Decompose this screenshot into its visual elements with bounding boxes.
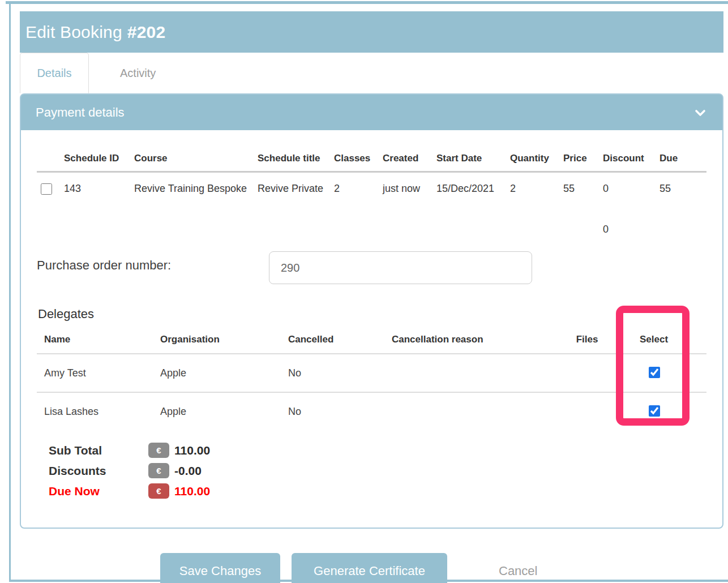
table-cell bbox=[258, 208, 334, 246]
table-cell bbox=[660, 208, 706, 246]
generate-certificate-button[interactable]: Generate Certificate bbox=[292, 553, 447, 583]
table-cell bbox=[37, 172, 64, 208]
cancel-button[interactable]: Cancel bbox=[495, 563, 541, 579]
column-header: Cancelled bbox=[288, 329, 392, 354]
table-cell bbox=[510, 208, 563, 246]
delegates-section: Delegates NameOrganisationCancelledCance… bbox=[37, 307, 706, 430]
table-cell: Apple bbox=[160, 354, 288, 392]
column-header: Created bbox=[383, 130, 436, 172]
table-cell bbox=[563, 208, 603, 246]
purchase-order-row: Purchase order number: bbox=[37, 251, 706, 284]
save-changes-button[interactable]: Save Changes bbox=[160, 553, 280, 583]
schedule-select-checkbox[interactable] bbox=[41, 183, 52, 195]
payment-table: Schedule IDCourseSchedule titleClassesCr… bbox=[37, 130, 706, 246]
table-row: 0 bbox=[37, 208, 706, 246]
table-cell: Lisa Lashes bbox=[37, 392, 160, 430]
panel-header[interactable]: Payment details bbox=[21, 95, 722, 130]
table-cell: 2 bbox=[334, 172, 383, 208]
page-border-left bbox=[9, 3, 11, 581]
column-header bbox=[37, 130, 64, 172]
table-cell: Apple bbox=[160, 392, 288, 430]
column-header: Discount bbox=[603, 130, 660, 172]
table-cell: Amy Test bbox=[37, 354, 160, 392]
booking-number: #202 bbox=[127, 23, 166, 42]
column-header: Files bbox=[556, 329, 618, 354]
table-cell: 0 bbox=[603, 172, 660, 208]
table-cell: No bbox=[288, 392, 392, 430]
column-header: Cancellation reason bbox=[392, 329, 556, 354]
total-amount: -0.00 bbox=[174, 464, 202, 478]
table-cell bbox=[383, 208, 436, 246]
table-cell bbox=[436, 208, 510, 246]
table-cell bbox=[556, 354, 618, 392]
column-header: Schedule ID bbox=[64, 130, 134, 172]
table-cell: No bbox=[288, 354, 392, 392]
table-cell bbox=[392, 392, 556, 430]
column-header: Due bbox=[660, 130, 706, 172]
column-header: Schedule title bbox=[258, 130, 334, 172]
delegate-select-checkbox[interactable] bbox=[649, 367, 660, 378]
column-header: Quantity bbox=[510, 130, 563, 172]
page-border-top bbox=[6, 1, 728, 4]
column-header: Start Date bbox=[436, 130, 510, 172]
table-cell: 55 bbox=[563, 172, 603, 208]
column-header: Organisation bbox=[160, 329, 288, 354]
purchase-order-input[interactable] bbox=[269, 251, 532, 284]
total-label: Discounts bbox=[37, 464, 148, 478]
euro-icon: € bbox=[148, 443, 169, 458]
euro-icon: € bbox=[148, 483, 169, 499]
panel-body: Schedule IDCourseSchedule titleClassesCr… bbox=[21, 130, 722, 528]
column-header: Classes bbox=[334, 130, 383, 172]
table-cell bbox=[556, 392, 618, 430]
total-amount: 110.00 bbox=[174, 444, 210, 457]
totals-section: Sub Total€110.00Discounts€-0.00Due Now€1… bbox=[37, 443, 706, 499]
table-cell: 143 bbox=[64, 172, 134, 208]
delegates-table-header-row: NameOrganisationCancelledCancellation re… bbox=[37, 329, 706, 354]
column-header: Course bbox=[134, 130, 258, 172]
total-row: Discounts€-0.00 bbox=[37, 463, 706, 478]
total-label: Due Now bbox=[37, 485, 148, 498]
total-amount: 110.00 bbox=[174, 485, 210, 498]
table-row: Lisa LashesAppleNo bbox=[37, 392, 706, 430]
table-cell bbox=[334, 208, 383, 246]
panel-header-label: Payment details bbox=[36, 105, 125, 120]
table-row: 143Revive Training BespokeRevive Private… bbox=[37, 172, 706, 208]
total-row: Sub Total€110.00 bbox=[37, 443, 706, 458]
page-title-text: Edit Booking bbox=[25, 23, 122, 42]
payment-table-header-row: Schedule IDCourseSchedule titleClassesCr… bbox=[37, 130, 706, 172]
table-cell: 0 bbox=[603, 208, 660, 246]
tab-bar: Details Activity bbox=[20, 53, 723, 93]
payment-details-panel: Payment details Schedule IDCourseSchedul… bbox=[20, 93, 723, 529]
page-title: Edit Booking #202 bbox=[20, 11, 723, 53]
table-cell bbox=[618, 354, 706, 392]
delegates-table: NameOrganisationCancelledCancellation re… bbox=[37, 329, 706, 430]
table-cell: Revive Private bbox=[258, 172, 334, 208]
table-cell: 2 bbox=[510, 172, 563, 208]
footer-actions: Save Changes Generate Certificate Cancel bbox=[160, 553, 723, 583]
delegates-heading: Delegates bbox=[38, 307, 706, 321]
table-cell: 55 bbox=[660, 172, 706, 208]
table-cell bbox=[64, 208, 134, 246]
euro-icon: € bbox=[148, 463, 169, 478]
table-cell: 15/Dec/2021 bbox=[436, 172, 510, 208]
column-header: Name bbox=[37, 329, 160, 354]
total-label: Sub Total bbox=[37, 444, 148, 457]
table-cell bbox=[37, 208, 64, 246]
table-row: Amy TestAppleNo bbox=[37, 354, 706, 392]
table-cell: just now bbox=[383, 172, 436, 208]
chevron-down-icon[interactable] bbox=[693, 105, 708, 120]
edit-booking-page: Edit Booking #202 Details Activity Payme… bbox=[20, 11, 723, 583]
tab-activity[interactable]: Activity bbox=[103, 53, 173, 93]
table-cell: Revive Training Bespoke bbox=[134, 172, 258, 208]
tab-details[interactable]: Details bbox=[20, 53, 89, 93]
table-cell bbox=[392, 354, 556, 392]
delegate-select-checkbox[interactable] bbox=[649, 405, 660, 417]
column-header: Price bbox=[563, 130, 603, 172]
table-cell bbox=[618, 392, 706, 430]
total-row: Due Now€110.00 bbox=[37, 483, 706, 499]
column-header: Select bbox=[618, 329, 706, 354]
table-cell bbox=[134, 208, 258, 246]
purchase-order-label: Purchase order number: bbox=[37, 258, 269, 273]
